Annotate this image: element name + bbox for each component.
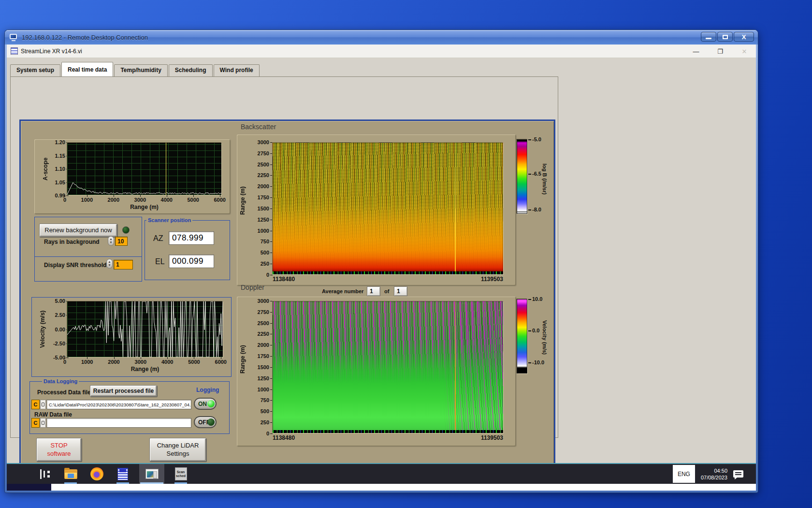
backscatter-zero-strip — [273, 271, 503, 274]
rays-value[interactable]: 10 — [115, 237, 128, 246]
average-total-value[interactable]: 1 — [394, 286, 407, 296]
ascope-xlabel: Range (m) — [67, 204, 221, 210]
language-indicator[interactable]: ENG — [673, 465, 695, 483]
velocity-plot — [67, 301, 223, 357]
tab-scheduling[interactable]: Scheduling — [169, 64, 213, 76]
velocity-xlabel: Range (m) — [67, 366, 223, 373]
logging-label: Logging — [195, 387, 220, 393]
app-title: StreamLine XR v14-6.vi — [21, 48, 82, 55]
tab-temp-humidity[interactable]: Temp/humidity — [114, 64, 167, 76]
el-value[interactable]: 000.099 — [169, 254, 214, 268]
rdp-window: 192.168.0.122 - Remote Desktop Connectio… — [5, 30, 758, 493]
maximize-icon — [723, 35, 728, 39]
doppler-colorbar-label: Velocity (m/s) — [541, 301, 549, 374]
average-number-value[interactable]: 1 — [367, 286, 380, 296]
backscatter-xrange: 1138480 1139503 — [273, 276, 503, 283]
file-explorer-button[interactable] — [61, 464, 80, 484]
ascope-xticks: 0100020003000400050006000 — [63, 197, 226, 203]
processed-data-file-label: Processed Data file — [37, 389, 91, 396]
rdp-window-controls: X — [701, 32, 754, 42]
processed-file-icon[interactable] — [40, 400, 46, 409]
snr-threshold-label: Display SNR threshold — [44, 262, 106, 269]
backscatter-x-start: 1138480 — [273, 276, 295, 283]
backscatter-colorbar-label: log B (/m/sr) — [541, 140, 549, 218]
firefox-icon — [90, 467, 103, 480]
clock[interactable]: 04:50 07/08/2023 — [701, 467, 727, 481]
processed-logging-toggle[interactable]: ON — [194, 398, 217, 410]
rdp-title: 192.168.0.122 - Remote Desktop Connectio… — [22, 34, 148, 41]
renew-background-button[interactable]: Renew background now — [39, 224, 117, 237]
scanner-position-box — [145, 220, 230, 280]
restart-processed-file-button[interactable]: Restart processed file — [90, 385, 157, 397]
ascope-ylabel: A-scope — [42, 143, 49, 195]
doppler-x-start: 1138480 — [273, 434, 295, 441]
doppler-xrange: 1138480 1139503 — [273, 434, 503, 441]
doppler-event-line — [455, 301, 456, 433]
stop-line1: STOP — [50, 442, 67, 449]
stop-software-button[interactable]: STOP software — [36, 438, 82, 462]
task-view-icon — [39, 469, 50, 479]
ascope-cursor[interactable] — [166, 143, 166, 195]
snr-value[interactable]: 1 — [114, 260, 133, 269]
ascope-plot — [67, 143, 221, 195]
backscatter-title: Backscatter — [241, 123, 276, 131]
taskbar-tray: ENG 04:50 07/08/2023 — [673, 464, 756, 484]
raw-path-field[interactable] — [46, 418, 191, 428]
doppler-title: Doppler — [241, 284, 264, 291]
scan-scheduler-button[interactable]: Scan sched — [171, 464, 190, 484]
change-lidar-settings-button[interactable]: Change LiDAR Settings — [149, 438, 206, 462]
clock-date: 07/08/2023 — [701, 474, 727, 481]
data-logging-title: Data Logging — [42, 378, 79, 384]
tab-system-setup[interactable]: System setup — [10, 64, 60, 76]
close-button[interactable]: X — [734, 32, 754, 42]
doppler-heatmap — [273, 301, 503, 433]
desktop: { "rdp": { "title": "192.168.0.122 - Rem… — [0, 0, 812, 508]
rdp-icon — [10, 34, 18, 41]
notification-center-icon[interactable] — [733, 470, 743, 478]
scanner-position-title: Scanner position — [146, 217, 192, 223]
maximize-button[interactable] — [717, 32, 733, 42]
task-view-button[interactable] — [35, 464, 54, 484]
raw-file-icon[interactable] — [40, 418, 46, 428]
rays-in-background-label: Rays in background — [44, 239, 100, 245]
processed-drive-selector[interactable]: C — [31, 400, 40, 409]
firefox-button[interactable] — [87, 464, 106, 484]
raw-data-file-label: RAW Data file — [34, 411, 72, 418]
clock-time: 04:50 — [701, 467, 727, 474]
backscatter-noise2 — [273, 143, 503, 274]
doppler-yticks: 3000275025002250200017501500125010007505… — [248, 299, 269, 436]
rdp-titlebar[interactable]: 192.168.0.122 - Remote Desktop Connectio… — [5, 30, 758, 45]
rdp-client-area: StreamLine XR v14-6.vi — ❐ ✕ System setu… — [7, 45, 756, 491]
backscatter-yticks: 3000275025002250200017501500125010007505… — [248, 140, 269, 277]
stop-line2: software — [47, 450, 71, 458]
ascope-trace — [67, 143, 221, 195]
doppler-zero-strip — [273, 430, 503, 433]
app-close-button[interactable]: ✕ — [740, 48, 749, 55]
labview-vi-icon — [11, 47, 18, 55]
velocity-ylabel: Velocity (m/s) — [39, 301, 46, 357]
app-minimize-button[interactable]: — — [691, 48, 701, 55]
app-titlebar[interactable]: StreamLine XR v14-6.vi — ❐ ✕ — [7, 45, 756, 58]
minimize-button[interactable] — [701, 32, 716, 42]
raw-logging-toggle[interactable]: OFF — [194, 416, 217, 428]
el-label: EL — [155, 257, 165, 266]
doppler-x-end: 1139503 — [481, 434, 503, 441]
tabstrip: System setup Real time data Temp/humidit… — [10, 59, 261, 76]
streamline-app-button[interactable] — [139, 464, 164, 484]
change-line2: Settings — [167, 450, 189, 458]
processed-path-field[interactable]: C:\Lidar\Data\Proc\2023\202308\20230807\… — [46, 400, 191, 409]
app-restore-button[interactable]: ❐ — [715, 48, 725, 55]
backscatter-ylabel: Range (m) — [239, 169, 246, 232]
rays-spinner[interactable]: ▲▼ — [108, 236, 114, 246]
backscatter-heatmap — [273, 143, 503, 274]
controls-divider — [34, 256, 142, 257]
ascope-yticks: 1.201.151.101.050.99 — [49, 140, 65, 198]
labview-app-button[interactable] — [113, 464, 132, 484]
raw-drive-selector[interactable]: C — [31, 418, 40, 428]
streamline-app-icon — [145, 469, 159, 479]
snr-spinner[interactable]: ▲▼ — [106, 259, 113, 269]
az-value[interactable]: 078.999 — [169, 231, 214, 245]
tab-wind-profile[interactable]: Wind profile — [214, 64, 260, 76]
tab-real-time-data[interactable]: Real time data — [61, 62, 113, 76]
backscatter-x-end: 1139503 — [481, 276, 503, 283]
